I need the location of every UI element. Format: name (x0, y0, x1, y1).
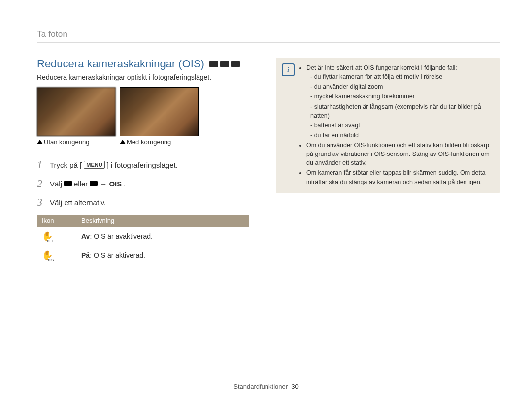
note-sub-1: du flyttar kameran för att följa ett mot… (310, 72, 493, 81)
step-number: 3 (37, 196, 45, 209)
note-b1-text: Det är inte säkert att OIS fungerar korr… (306, 64, 457, 71)
step-number: 1 (37, 158, 45, 171)
footer-page-number: 30 (291, 383, 298, 390)
footer-section: Standardfunktioner (233, 383, 288, 390)
note-sub-2: du använder digital zoom (310, 82, 493, 91)
arrow-icon: → (100, 180, 107, 188)
info-icon: i (282, 63, 295, 76)
row-label-off: Av (81, 232, 90, 240)
row-desc-on: : OIS är aktiverad. (90, 251, 145, 259)
title-text: Reducera kameraskakningar (OIS) (37, 58, 204, 70)
note-box: i Det är inte säkert att OIS fungerar ko… (276, 58, 500, 193)
row-label-on: På (81, 251, 90, 259)
mode-icon-video (231, 61, 240, 67)
sample-label-before-text: Utan korrigering (44, 138, 90, 146)
divider (37, 42, 500, 43)
step-2: 2 Välj eller → OIS. (37, 177, 249, 190)
step-1-text-a: Tryck på [ (50, 161, 82, 169)
page-footer: Standardfunktioner 30 (0, 383, 532, 390)
breadcrumb: Ta foton (37, 30, 500, 39)
table-header-icon: Ikon (37, 215, 76, 227)
menu-button-glyph: MENU (84, 161, 104, 169)
sample-label-before: Utan korrigering (37, 138, 116, 146)
table-row: ✋OFF Av: OIS är avaktiverad. (37, 227, 249, 246)
icon-sub-off: OFF (47, 239, 54, 243)
mode-icon-scene (220, 61, 229, 67)
options-table: Ikon Beskrivning ✋OFF Av: OIS är avaktiv… (37, 215, 249, 265)
subtitle: Reducera kameraskakningar optiskt i foto… (37, 73, 249, 81)
triangle-icon (120, 140, 126, 144)
icon-sub-on: OIS (48, 258, 54, 262)
step-number: 2 (37, 177, 45, 190)
mode-icons (209, 61, 240, 67)
step-2-period: . (124, 180, 126, 188)
step-2-ois: OIS (109, 180, 122, 188)
table-header-desc: Beskrivning (76, 215, 249, 227)
step-2-text-a: Välj (50, 180, 62, 188)
note-sub-5: batteriet är svagt (310, 121, 493, 130)
table-row: ✋OIS På: OIS är aktiverad. (37, 246, 249, 265)
note-bullet-1: Det är inte säkert att OIS fungerar korr… (306, 63, 493, 140)
note-sub-4: slutarhastigheten är långsam (exempelvis… (310, 102, 493, 120)
step-3: 3 Välj ett alternativ. (37, 196, 249, 209)
camera-icon (64, 181, 72, 186)
note-sub-3: mycket kameraskakning förekommer (310, 92, 493, 101)
row-desc-off: : OIS är avaktiverad. (90, 232, 153, 240)
mode-icon-photo (209, 61, 218, 67)
step-3-text: Välj ett alternativ. (50, 198, 106, 207)
note-bullet-2: Om du använder OIS-funktionen och ett st… (306, 141, 493, 167)
sample-image-after (120, 87, 199, 136)
page-title: Reducera kameraskakningar (OIS) (37, 58, 249, 70)
sample-label-after-text: Med korrigering (127, 138, 171, 146)
ois-on-icon: ✋OIS (42, 250, 53, 261)
note-bullet-3: Om kameran får stötar eller tappas blir … (306, 168, 493, 186)
step-1-text-b: ] i fotograferingsläget. (107, 161, 178, 169)
note-sub-6: du tar en närbild (310, 131, 493, 140)
step-1: 1 Tryck på [MENU] i fotograferingsläget. (37, 158, 249, 171)
sample-image-before (37, 87, 116, 136)
step-2-text-b: eller (74, 180, 88, 188)
triangle-icon (37, 140, 43, 144)
video-icon (90, 181, 98, 186)
sample-label-after: Med korrigering (120, 138, 199, 146)
ois-off-icon: ✋OFF (42, 231, 53, 242)
